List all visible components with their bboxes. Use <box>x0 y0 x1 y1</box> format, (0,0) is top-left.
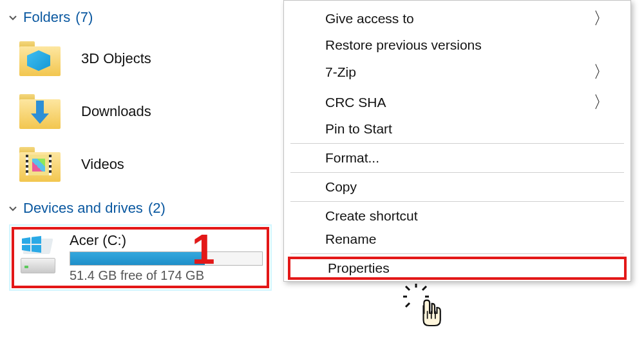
menu-create-shortcut[interactable]: Create shortcut <box>285 204 629 228</box>
menu-pin-to-start[interactable]: Pin to Start <box>285 117 629 141</box>
menu-format[interactable]: Format... <box>285 146 629 170</box>
annotation-1: 1 <box>192 226 215 273</box>
folder-label: 3D Objects <box>81 50 151 67</box>
context-menu: Give access to 〉 Restore previous versio… <box>283 0 631 282</box>
section-label: Folders <box>23 9 70 26</box>
windows-logo-icon <box>22 236 41 253</box>
menu-label: Create shortcut <box>325 208 418 224</box>
folder-icon <box>19 94 61 129</box>
section-count: (2) <box>148 200 166 217</box>
menu-properties[interactable]: Properties <box>288 257 627 280</box>
menu-separator <box>290 143 624 144</box>
menu-restore-previous[interactable]: Restore previous versions <box>285 34 629 57</box>
drive-icon <box>18 235 58 273</box>
drive-info: Acer (C:) 51.4 GB free of 174 GB <box>70 232 263 283</box>
menu-label: Copy <box>325 179 357 195</box>
menu-label: CRC SHA <box>325 95 386 110</box>
chevron-down-icon <box>8 203 18 213</box>
menu-rename[interactable]: Rename <box>285 228 629 251</box>
section-count: (7) <box>75 9 93 26</box>
section-label: Devices and drives <box>23 200 143 217</box>
menu-give-access[interactable]: Give access to 〉 <box>285 3 629 34</box>
menu-label: Give access to <box>325 11 414 26</box>
drive-usage-bar <box>70 251 263 266</box>
folder-icon <box>19 41 61 76</box>
menu-copy[interactable]: Copy <box>285 175 629 199</box>
submenu-arrow-icon: 〉 <box>593 7 610 30</box>
folder-icon <box>19 147 61 182</box>
drive-free-text: 51.4 GB free of 174 GB <box>70 268 263 283</box>
drive-c[interactable]: Acer (C:) 51.4 GB free of 174 GB <box>12 227 269 288</box>
submenu-arrow-icon: 〉 <box>593 91 610 113</box>
menu-label: Pin to Start <box>325 121 392 137</box>
chevron-down-icon <box>8 12 18 23</box>
pointer-cursor-icon <box>412 294 448 330</box>
menu-label: Format... <box>325 150 379 166</box>
menu-separator <box>290 201 624 202</box>
submenu-arrow-icon: 〉 <box>593 61 610 83</box>
folder-label: Videos <box>81 156 124 173</box>
menu-label: Rename <box>325 231 376 247</box>
menu-crc-sha[interactable]: CRC SHA 〉 <box>285 87 629 117</box>
menu-label: 7-Zip <box>325 64 356 80</box>
menu-separator <box>290 172 624 173</box>
menu-7zip[interactable]: 7-Zip 〉 <box>285 57 629 87</box>
menu-label: Properties <box>328 260 390 276</box>
svg-line-5 <box>406 303 410 307</box>
folder-label: Downloads <box>81 103 151 120</box>
menu-separator <box>290 253 624 254</box>
drive-name: Acer (C:) <box>70 232 263 249</box>
menu-label: Restore previous versions <box>325 37 482 53</box>
